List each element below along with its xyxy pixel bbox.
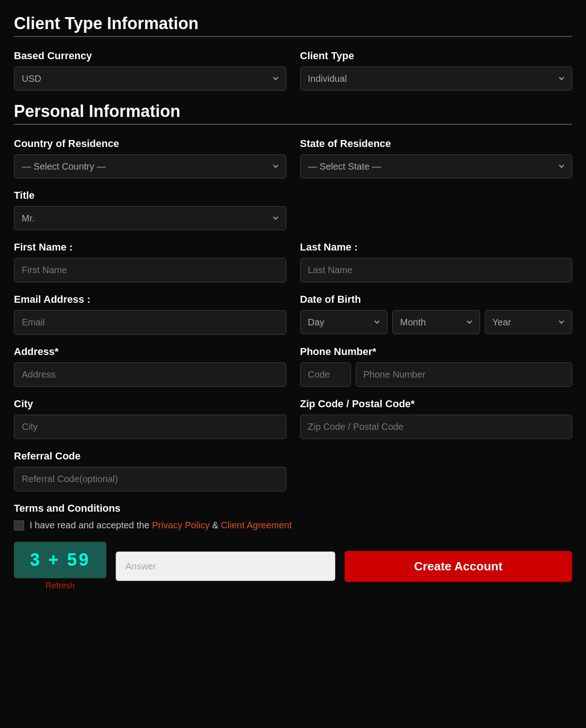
terms-text-before: I have read and accepted the [30, 520, 149, 530]
client-type-select[interactable]: Individual Corporate [300, 67, 573, 91]
address-input[interactable] [14, 362, 286, 387]
phone-label: Phone Number* [300, 346, 573, 358]
state-label: State of Residence [300, 138, 573, 150]
terms-title: Terms and Conditions [14, 502, 572, 514]
email-label: Email Address : [14, 294, 286, 306]
client-type-label: Client Type [300, 50, 573, 62]
client-type-title: Client Type Information [14, 14, 572, 33]
captcha-refresh[interactable]: Refresh [14, 581, 106, 591]
terms-ampersand: & [212, 520, 218, 530]
terms-checkbox[interactable] [14, 520, 24, 531]
country-select[interactable]: — Select Country — [14, 154, 286, 178]
personal-info-title: Personal Information [14, 102, 572, 121]
privacy-policy-link[interactable]: Privacy Policy [152, 520, 210, 530]
captcha-answer-input[interactable] [116, 551, 335, 581]
city-input[interactable] [14, 415, 286, 439]
country-label: Country of Residence [14, 138, 286, 150]
first-name-input[interactable] [14, 258, 286, 282]
title-select[interactable]: Mr. Mrs. Ms. Dr. [14, 206, 286, 230]
zip-label: Zip Code / Postal Code* [300, 398, 573, 410]
email-input[interactable] [14, 310, 286, 335]
client-type-divider [14, 36, 572, 37]
first-name-label: First Name : [14, 241, 286, 253]
create-account-button[interactable]: Create Account [345, 551, 573, 582]
client-agreement-link[interactable]: Client Agreement [221, 520, 292, 530]
city-label: City [14, 398, 286, 410]
based-currency-label: Based Currency [14, 50, 286, 62]
based-currency-select[interactable]: USD EUR GBP JPY [14, 67, 286, 91]
zip-input[interactable] [300, 415, 573, 439]
dob-month-select[interactable]: Month [392, 310, 480, 334]
referral-input[interactable] [14, 467, 286, 491]
terms-text: I have read and accepted the Privacy Pol… [30, 520, 292, 531]
personal-info-divider [14, 124, 572, 125]
last-name-label: Last Name : [300, 241, 573, 253]
captcha-expression: 3 + 59 [14, 542, 106, 578]
state-select[interactable]: — Select State — [300, 154, 573, 178]
dob-day-select[interactable]: Day [300, 310, 388, 334]
last-name-input[interactable] [300, 258, 573, 282]
dob-label: Date of Birth [300, 294, 573, 306]
phone-number-input[interactable] [356, 362, 573, 387]
dob-year-select[interactable]: Year [485, 310, 573, 334]
address-label: Address* [14, 346, 286, 358]
referral-label: Referral Code [14, 450, 286, 462]
title-label: Title [14, 190, 286, 202]
phone-code-input[interactable] [300, 362, 351, 387]
